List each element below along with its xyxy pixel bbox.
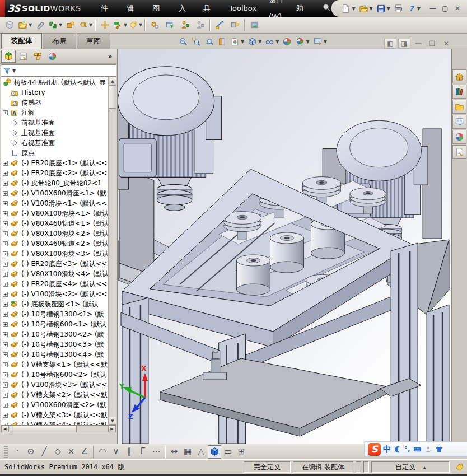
moon-icon[interactable] — [394, 445, 402, 454]
graphics-viewport[interactable]: X Y Z — [118, 49, 451, 444]
sketch-corner-button[interactable]: Γ — [136, 445, 150, 459]
open-part-button[interactable]: ▼ — [17, 18, 32, 32]
interference-detection-button[interactable] — [227, 18, 242, 32]
expand-plus-box[interactable]: + — [3, 413, 8, 418]
tree-item[interactable]: +(-) V槽支架<1> (默认<<默 — [1, 360, 108, 370]
dropdown-caret-icon[interactable]: ▼ — [258, 39, 261, 44]
sketch-line-button[interactable]: ╱ — [38, 445, 51, 459]
dimension-button[interactable]: ↔ — [167, 445, 181, 459]
expand-plus-box[interactable]: + — [3, 423, 8, 426]
expand-plus-box[interactable]: + — [3, 231, 8, 236]
sogou-logo[interactable]: S — [368, 443, 381, 456]
sketch-circle-button[interactable]: ⊙ — [24, 445, 38, 459]
expand-plus-box[interactable]: + — [3, 262, 8, 267]
expand-plus-box[interactable]: + — [3, 393, 8, 398]
dropdown-caret-icon[interactable]: ▼ — [324, 39, 327, 44]
menu-toolbox[interactable]: Toolbox — [223, 0, 263, 17]
tree-item[interactable]: +(-) V槽支架<4> (默认<<默 — [1, 420, 108, 425]
tree-item[interactable]: 传感器 — [1, 97, 108, 108]
doc-restore-button[interactable]: ❐ — [426, 39, 438, 49]
ime-punctuation-toggle[interactable]: °, — [404, 445, 410, 453]
expand-plus-box[interactable]: + — [3, 251, 8, 256]
viewport-3d-model[interactable]: X Y Z — [118, 49, 451, 444]
help-button[interactable]: ?▼ — [405, 2, 422, 15]
sketch-spline-button[interactable]: ⋯ — [150, 445, 163, 459]
doc-minimize-button[interactable]: — — [412, 39, 424, 49]
view-palette-button[interactable] — [452, 115, 466, 129]
expand-plus-box[interactable]: + — [3, 201, 8, 206]
tree-item[interactable]: 右视基准面 — [1, 138, 108, 148]
edit-component-button[interactable] — [178, 18, 193, 32]
tree-item[interactable]: +(-) V80X100滑块<3> (默认 — [1, 249, 108, 259]
dropdown-caret-icon[interactable]: ▼ — [417, 6, 421, 11]
show-left-pane-button[interactable]: ◧ — [384, 39, 396, 49]
expand-plus-box[interactable]: + — [3, 211, 8, 216]
smart-component-button[interactable] — [63, 18, 78, 32]
toolbar-drag-handle[interactable] — [4, 446, 8, 458]
custom-properties-button[interactable] — [452, 145, 466, 159]
tree-item[interactable]: History — [1, 87, 108, 97]
tree-item[interactable]: 椅板4孔钻孔机 (默认<默认_显 — [1, 77, 108, 87]
view-orientation-button[interactable]: ▼ — [228, 35, 246, 48]
expand-plus-box[interactable]: + — [3, 272, 8, 277]
expand-plus-box[interactable]: + — [3, 241, 8, 246]
sketch-parallel-button[interactable]: ∥ — [123, 445, 136, 459]
tree-item[interactable]: +(-) V100X600滑座<1> (默 — [1, 188, 108, 198]
viewport-single-button[interactable]: ▭ — [221, 445, 235, 459]
tree-item[interactable]: +(-) V80X460轨道<1> (默认 — [1, 218, 108, 228]
tab-layout[interactable]: 布局 — [43, 34, 76, 49]
scroll-left-button[interactable]: ◀ — [1, 426, 9, 432]
tree-item[interactable]: 上视基准面 — [1, 128, 108, 138]
close-button[interactable]: ✕ — [451, 3, 464, 14]
tree-item[interactable]: +(-) V80X100滑块<4> (默认 — [1, 269, 108, 279]
tag-icon[interactable] — [455, 463, 464, 472]
tree-item[interactable]: +(-) V槽支架<3> (默认<<默 — [1, 410, 108, 420]
expand-plus-box[interactable]: + — [3, 382, 8, 388]
print-button[interactable] — [392, 2, 405, 15]
reference-geometry-button[interactable]: ▼ — [128, 18, 143, 32]
hscroll-thumb[interactable] — [10, 426, 77, 432]
smart-fasteners-button[interactable] — [193, 18, 208, 32]
grid-snap-button[interactable]: ▦ — [181, 445, 194, 459]
move-component-button[interactable] — [97, 18, 113, 32]
image-capture-button[interactable] — [247, 18, 262, 32]
dropdown-caret-icon[interactable]: ▼ — [387, 6, 390, 11]
show-hidden-components-button[interactable] — [162, 18, 178, 32]
doc-close-button[interactable]: ✕ — [440, 39, 452, 49]
apply-scene-button[interactable]: ▼ — [293, 35, 311, 48]
minimize-button[interactable]: — — [427, 3, 439, 14]
tree-item[interactable]: +(-) ER20底座<3> (默认<< — [1, 259, 108, 269]
tab-sketch[interactable]: 草图 — [77, 34, 110, 49]
expand-plus-box[interactable]: + — [3, 302, 8, 307]
attachment-button[interactable] — [32, 18, 48, 32]
dropdown-caret-icon[interactable]: ▼ — [275, 39, 279, 44]
scroll-right-button[interactable]: ▶ — [108, 426, 116, 432]
dropdown-caret-icon[interactable]: ▼ — [89, 22, 92, 27]
tree-item[interactable]: +(-) V80X460轨道<2> (默认 — [1, 239, 108, 249]
dropdown-caret-icon[interactable]: ▼ — [370, 6, 373, 11]
zoom-to-area-button[interactable] — [190, 35, 203, 48]
person-icon[interactable] — [424, 445, 433, 454]
tree-item[interactable]: +(-) ER20底座<2> (默认<< — [1, 168, 108, 178]
tree-item[interactable]: +(-) V80X100滑块<2> (默认 — [1, 228, 108, 239]
expand-plus-box[interactable]: + — [3, 221, 8, 226]
tree-item[interactable]: +(-) 10号槽钢1300<4> (默 — [1, 349, 108, 360]
expand-plus-box[interactable]: + — [3, 332, 8, 337]
configurationmanager-tab[interactable] — [30, 50, 45, 63]
tree-horizontal-scrollbar[interactable]: ◀ ▶ — [1, 426, 116, 433]
sketch-mirror-button[interactable]: ∨ — [109, 445, 123, 459]
expand-plus-box[interactable]: + — [3, 181, 8, 186]
edit-appearance-button[interactable] — [281, 35, 293, 48]
featuremanager-tab[interactable] — [1, 50, 16, 63]
expand-plus-box[interactable]: + — [3, 191, 8, 196]
expand-plus-box[interactable]: + — [3, 342, 8, 347]
expand-plus-box[interactable]: + — [3, 292, 8, 297]
expand-plus-box[interactable]: + — [3, 372, 8, 377]
show-right-pane-button[interactable]: ◨ — [398, 39, 410, 49]
dropdown-caret-icon[interactable]: ▼ — [306, 39, 309, 44]
tree-item[interactable]: 原点 — [1, 148, 108, 158]
tree-item[interactable]: +A注解 — [1, 108, 108, 118]
sketch-polygon-button[interactable]: ◇ — [51, 445, 64, 459]
scroll-thumb[interactable] — [109, 85, 116, 109]
shaded-view-button[interactable] — [208, 445, 221, 459]
